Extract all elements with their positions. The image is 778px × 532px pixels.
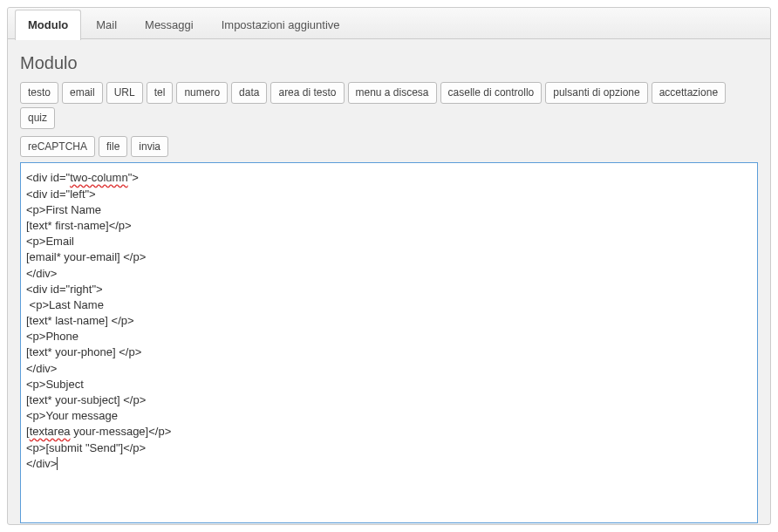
tab-content: Modulo testoemailURLtelnumerodataarea di… xyxy=(8,39,770,173)
tag-generators: testoemailURLtelnumerodataarea di testom… xyxy=(20,82,758,157)
tag-btn-numero[interactable]: numero xyxy=(176,82,228,104)
tag-btn-invia[interactable]: invia xyxy=(131,136,168,158)
tag-btn-url[interactable]: URL xyxy=(106,82,143,104)
tab-bar: ModuloMailMessaggiImpostazioni aggiuntiv… xyxy=(8,8,770,39)
tag-btn-pulsanti-di-opzione[interactable]: pulsanti di opzione xyxy=(545,82,647,104)
tab-impostazioni-aggiuntive[interactable]: Impostazioni aggiuntive xyxy=(208,10,353,39)
tab-mail[interactable]: Mail xyxy=(83,10,130,39)
tag-btn-accettazione[interactable]: accettazione xyxy=(652,82,726,104)
tag-btn-tel[interactable]: tel xyxy=(147,82,174,104)
tab-modulo[interactable]: Modulo xyxy=(15,10,81,40)
tag-btn-data[interactable]: data xyxy=(231,82,267,104)
tag-btn-caselle-di-controllo[interactable]: caselle di controllo xyxy=(440,82,543,104)
tag-btn-menu-a-discesa[interactable]: menu a discesa xyxy=(348,82,437,104)
tab-messaggi[interactable]: Messaggi xyxy=(132,10,207,39)
tag-btn-testo[interactable]: testo xyxy=(20,82,58,104)
tag-btn-area-di-testo[interactable]: area di testo xyxy=(270,82,344,104)
form-editor[interactable]: <div id="two-column"> <div id="left"> <p… xyxy=(20,162,758,523)
section-title: Modulo xyxy=(20,53,758,73)
tag-btn-quiz[interactable]: quiz xyxy=(20,107,55,129)
tag-btn-file[interactable]: file xyxy=(99,136,127,158)
editor-panel: ModuloMailMessaggiImpostazioni aggiuntiv… xyxy=(7,7,771,525)
tag-btn-recaptcha[interactable]: reCAPTCHA xyxy=(20,136,95,158)
tag-btn-email[interactable]: email xyxy=(62,82,103,104)
